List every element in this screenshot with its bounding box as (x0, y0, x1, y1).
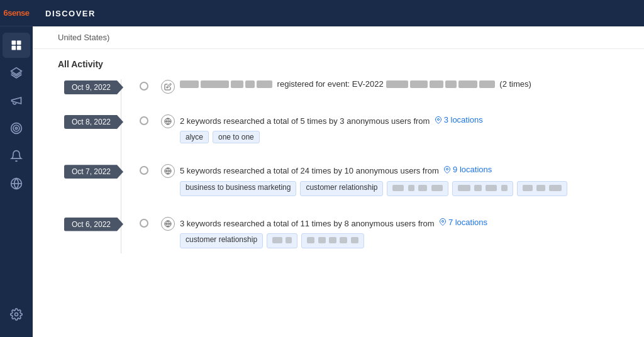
svg-point-6 (13, 125, 19, 131)
blur-block (329, 237, 336, 243)
blur-block (536, 185, 545, 191)
svg-rect-2 (12, 46, 16, 50)
sidebar-item-gear[interactable] (3, 302, 30, 327)
timeline-group-oct8: Oct 8, 2022 (64, 114, 619, 148)
blur-block (523, 185, 533, 191)
date-badge-oct7: Oct 7, 2022 (64, 165, 123, 179)
sidebar-item-globe[interactable] (3, 171, 30, 196)
megaphone-icon (10, 94, 23, 107)
event-item-oct7: 5 keywords researched a total of 24 time… (161, 163, 619, 196)
timeline-dot-oct9 (140, 82, 148, 91)
location-link-oct8[interactable]: 3 locations (435, 114, 483, 126)
blur-block (307, 237, 314, 243)
event-content-oct7: 5 keywords researched a total of 24 time… (180, 163, 619, 196)
blur-block (272, 237, 282, 243)
globe-event-icon-oct6 (164, 220, 172, 228)
sidebar-nav (0, 26, 33, 196)
blur-block (286, 237, 292, 243)
globe-event-icon-oct7 (164, 167, 172, 175)
date-label-oct9: Oct 9, 2022 (64, 79, 140, 99)
timeline-group-oct6: Oct 6, 2022 (64, 216, 619, 253)
blur-block (318, 237, 326, 243)
activity-section: All Activity Oct 9, 2022 (33, 49, 644, 279)
event-content-oct8: 2 keywords researched a total of 5 times… (180, 114, 619, 143)
tag-onetoone: one to one (213, 131, 260, 143)
sidebar-bottom (3, 302, 30, 337)
blur-block (418, 185, 427, 191)
date-badge-oct8: Oct 8, 2022 (64, 115, 123, 129)
content-area: United States) All Activity Oct 9, 2022 (33, 26, 644, 337)
target-icon (10, 122, 23, 135)
blurred-tag-1 (387, 181, 448, 196)
location-link-oct6[interactable]: 7 locations (439, 216, 487, 229)
globe-icon (10, 177, 23, 190)
timeline-dot-oct6 (140, 219, 148, 228)
event-registered-text: registered for event: EV-2022 (275, 79, 384, 89)
timeline-dot-oct7 (140, 166, 148, 175)
svg-point-16 (447, 168, 448, 170)
topbar-title: DISCOVER (45, 9, 96, 18)
timeline: Oct 9, 2022 (58, 79, 619, 253)
pin-icon (435, 116, 442, 124)
timeline-events-oct6: 3 keywords researched a total of 11 time… (148, 216, 619, 253)
timeline-events-oct8: 2 keywords researched a total of 5 times… (148, 114, 619, 148)
logo-area: 6sense (0, 0, 33, 26)
event-text-oct9: registered for event: EV-2022 (180, 79, 619, 89)
blurred-tag-2 (452, 181, 513, 196)
location-link-oct7[interactable]: 9 locations (443, 163, 492, 176)
tag-b2b: business to business marketing (180, 181, 296, 196)
layers-icon (10, 67, 23, 79)
event-item: registered for event: EV-2022 (161, 79, 619, 94)
tags-row-oct6: customer relationship (180, 233, 619, 248)
sidebar-item-bell[interactable] (3, 143, 30, 168)
tags-row-oct7: business to business marketing customer … (180, 181, 619, 196)
redacted-event-id (386, 80, 495, 88)
sidebar-item-layers[interactable] (3, 60, 30, 86)
sidebar-item-grid[interactable] (3, 33, 30, 58)
date-label-oct6: Oct 6, 2022 (64, 216, 140, 253)
globe-icon-container-oct8 (161, 114, 175, 128)
svg-rect-3 (17, 46, 21, 50)
blur-block (392, 185, 404, 191)
event-text-oct7: 5 keywords researched a total of 24 time… (180, 163, 619, 177)
pin-icon-oct6 (439, 218, 447, 226)
event-text-oct8: 2 keywords researched a total of 5 times… (180, 114, 619, 127)
svg-point-19 (441, 221, 443, 223)
event-content-oct9: registered for event: EV-2022 (180, 79, 619, 89)
svg-point-13 (437, 118, 439, 120)
svg-point-7 (15, 127, 17, 129)
tag-customer-rel: customer relationship (300, 181, 383, 196)
globe-event-icon (164, 118, 172, 125)
topbar: DISCOVER (33, 0, 644, 26)
blur-block (431, 185, 443, 191)
blurred-tag-small-2 (301, 233, 364, 248)
bell-icon (10, 150, 23, 162)
date-label-oct8: Oct 8, 2022 (64, 114, 140, 148)
blur-block (458, 185, 470, 191)
tag-alyce: alyce (180, 131, 209, 143)
blur-block (549, 185, 562, 191)
event-item-oct6: 3 keywords researched a total of 11 time… (161, 216, 619, 248)
blur-block (408, 185, 414, 191)
timeline-dot-oct8 (140, 116, 148, 125)
gear-icon (10, 308, 23, 321)
svg-rect-1 (17, 41, 21, 45)
sidebar-item-megaphone[interactable] (3, 88, 30, 113)
blur-block (351, 237, 358, 243)
date-label-oct7: Oct 7, 2022 (64, 163, 140, 201)
breadcrumb: United States) (33, 26, 644, 49)
timeline-group-oct7: Oct 7, 2022 (64, 163, 619, 201)
blurred-tag-small-1 (267, 233, 297, 248)
timeline-events-oct7: 5 keywords researched a total of 24 time… (148, 163, 619, 201)
grid-icon (10, 39, 23, 52)
sidebar: 6sense (0, 0, 33, 337)
event-text-oct6: 3 keywords researched a total of 11 time… (180, 216, 619, 229)
event-times-text: (2 times) (497, 79, 531, 89)
date-badge-oct9: Oct 9, 2022 (64, 80, 123, 94)
sidebar-item-target[interactable] (3, 116, 30, 141)
redacted-name (180, 80, 272, 88)
main-container: DISCOVER United States) All Activity Oct… (33, 0, 644, 337)
tag-customer-rel-oct6: customer relationship (180, 233, 263, 248)
pencil-icon-container (161, 80, 175, 94)
timeline-events-oct9: registered for event: EV-2022 (148, 79, 619, 99)
